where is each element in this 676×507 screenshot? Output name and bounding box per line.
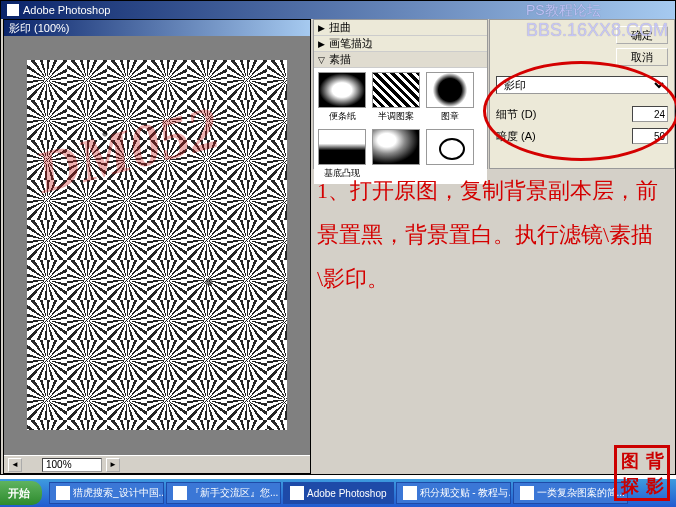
taskbar-item[interactable]: 一类复杂图案的简... (513, 482, 628, 504)
param-label: 暗度 (A) (496, 129, 536, 144)
filter-thumb[interactable]: 便条纸 (318, 72, 366, 123)
watermark-line1: PS教程论坛 (526, 2, 668, 20)
app-icon (403, 486, 417, 500)
stamp-char: 图 (617, 448, 642, 473)
taskbar: 开始 猎虎搜索_设计中国... 『新手交流区』您... Adobe Photos… (0, 479, 676, 507)
zoom-input[interactable] (42, 458, 102, 472)
instruction-text: 1、打开原图，复制背景副本层，前景置黑，背景置白。执行滤镜\素描\影印。 (317, 169, 673, 301)
document-window: 影印 (100%) DM052 ◄ ► (3, 19, 311, 474)
thumb-preview (318, 72, 366, 108)
stamp-char: 影 (642, 473, 667, 498)
page-watermark: PS教程论坛 BBS.16XX8.COM (526, 2, 668, 41)
app-icon (56, 486, 70, 500)
expand-icon: ▶ (318, 39, 325, 49)
document-title: 影印 (100%) (9, 22, 70, 34)
app-icon (290, 486, 304, 500)
scroll-left-icon[interactable]: ◄ (8, 458, 22, 472)
filter-thumbnails: 便条纸 半调图案 图章 基底凸现 (314, 68, 487, 184)
filter-settings-panel: 确定 取消 影印 细节 (D) 暗度 (A) (489, 19, 675, 169)
thumb-preview (318, 129, 366, 165)
filter-category-sketch[interactable]: ▽ 素描 (314, 52, 487, 68)
cancel-button[interactable]: 取消 (616, 48, 668, 66)
expand-icon: ▶ (318, 23, 325, 33)
image-pattern-overlay (27, 60, 287, 430)
button-row: 取消 (496, 48, 668, 66)
taskbar-item[interactable]: 『新手交流区』您... (166, 482, 281, 504)
param-darkness: 暗度 (A) (496, 128, 668, 144)
app-title: Adobe Photoshop (23, 4, 110, 16)
watermark-line2: BBS.16XX8.COM (526, 20, 668, 41)
filter-name-dropdown[interactable]: 影印 (496, 76, 668, 94)
document-titlebar[interactable]: 影印 (100%) (4, 20, 310, 36)
seal-stamp: 图 背 探 影 (614, 445, 670, 501)
canvas-image (27, 60, 287, 430)
start-button[interactable]: 开始 (0, 481, 42, 505)
param-detail: 细节 (D) (496, 106, 668, 122)
param-detail-input[interactable] (632, 106, 668, 122)
taskbar-item[interactable]: 积分规交贴 - 教程与... (396, 482, 511, 504)
thumb-preview (372, 72, 420, 108)
status-bar: ◄ ► (4, 455, 310, 473)
collapse-icon: ▽ (318, 55, 325, 65)
filter-category-brush[interactable]: ▶ 画笔描边 (314, 36, 487, 52)
thumb-preview (426, 129, 474, 165)
app-window: Adobe Photoshop 影印 (100%) DM052 ◄ ► ▶ 扭曲… (0, 0, 676, 475)
thumb-preview (426, 72, 474, 108)
app-icon (520, 486, 534, 500)
taskbar-item-active[interactable]: Adobe Photoshop (283, 482, 394, 504)
stamp-char: 背 (642, 448, 667, 473)
canvas-area[interactable]: DM052 (4, 36, 310, 453)
category-label: 画笔描边 (329, 36, 373, 51)
stamp-char: 探 (617, 473, 642, 498)
category-label: 素描 (329, 52, 351, 67)
scroll-right-icon[interactable]: ► (106, 458, 120, 472)
taskbar-item[interactable]: 猎虎搜索_设计中国... (49, 482, 164, 504)
filter-thumb[interactable]: 图章 (426, 72, 474, 123)
app-icon (7, 4, 19, 16)
filter-thumb[interactable]: 半调图案 (372, 72, 420, 123)
param-darkness-input[interactable] (632, 128, 668, 144)
app-icon (173, 486, 187, 500)
start-label: 开始 (8, 486, 30, 501)
category-label: 扭曲 (329, 20, 351, 35)
thumb-preview (372, 129, 420, 165)
filter-gallery-panel: ▶ 扭曲 ▶ 画笔描边 ▽ 素描 便条纸 半调图案 图章 基底凸现 (313, 19, 488, 169)
filter-category-distort[interactable]: ▶ 扭曲 (314, 20, 487, 36)
param-label: 细节 (D) (496, 107, 536, 122)
